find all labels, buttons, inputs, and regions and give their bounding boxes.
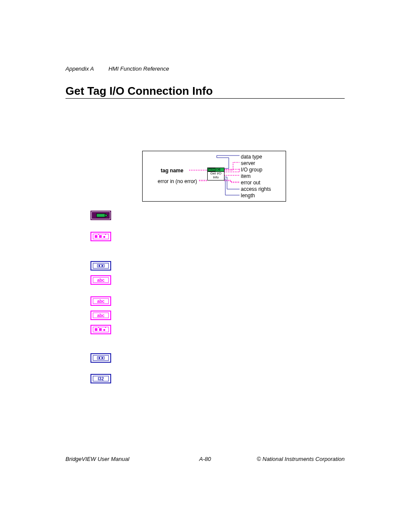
svg-rect-32 bbox=[103, 329, 105, 331]
diagram-tag-name-label: tag name bbox=[161, 168, 184, 174]
header-section: HMI Function Reference bbox=[109, 65, 169, 72]
svg-text:abc: abc bbox=[97, 299, 105, 304]
out-length: length bbox=[241, 193, 271, 199]
io-group-icon: abc bbox=[90, 296, 111, 306]
svg-rect-33 bbox=[98, 327, 99, 328]
tag-name-icon bbox=[90, 211, 111, 220]
svg-rect-34 bbox=[105, 327, 106, 328]
svg-rect-12 bbox=[98, 234, 99, 235]
svg-rect-13 bbox=[105, 234, 106, 235]
page-title: Get Tag I/O Connection Info bbox=[65, 84, 213, 98]
diagram-error-in-label: error in (no error) bbox=[158, 178, 197, 184]
out-server: server bbox=[241, 160, 271, 167]
item-icon: abc bbox=[90, 311, 111, 320]
out-item: item bbox=[241, 173, 271, 180]
svg-text:I32: I32 bbox=[98, 376, 104, 381]
svg-text:abc: abc bbox=[97, 278, 105, 283]
svg-text:abc: abc bbox=[97, 313, 105, 318]
svg-rect-9 bbox=[95, 235, 97, 238]
vi-icon: TAG DB Get I/O Info bbox=[207, 168, 224, 180]
access-rights-icon bbox=[90, 353, 111, 363]
out-access-rights: access rights bbox=[241, 186, 271, 193]
header-appendix: Appendix A bbox=[65, 65, 94, 72]
error-out-icon bbox=[90, 325, 111, 334]
length-icon: I32 bbox=[90, 374, 111, 383]
vi-icon-line2: Info bbox=[208, 176, 224, 180]
out-data-type: data type bbox=[241, 154, 271, 160]
running-header: Appendix A HMI Function Reference bbox=[65, 65, 169, 72]
footer-copyright: © National Instruments Corporation bbox=[257, 456, 345, 462]
diagram-output-labels: data type server I/O group item error ou… bbox=[241, 154, 271, 199]
svg-rect-11 bbox=[103, 236, 105, 238]
svg-rect-10 bbox=[99, 235, 102, 238]
svg-rect-31 bbox=[99, 328, 102, 331]
title-rule bbox=[65, 98, 345, 99]
svg-rect-5 bbox=[97, 214, 105, 217]
error-in-icon bbox=[90, 232, 111, 241]
out-io-group: I/O group bbox=[241, 167, 271, 173]
server-icon: abc bbox=[90, 275, 111, 285]
svg-rect-30 bbox=[95, 328, 97, 331]
data-type-icon bbox=[90, 261, 111, 271]
out-error-out: error out bbox=[241, 180, 271, 186]
vi-connector-diagram: tag name error in (no error) TAG DB Get … bbox=[142, 151, 286, 202]
